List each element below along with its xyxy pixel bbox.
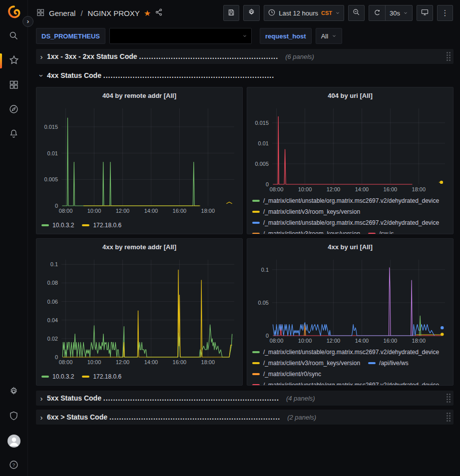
time-range-picker[interactable]: Last 12 hours CST — [264, 5, 344, 21]
kebab-menu-button[interactable]: ⋮ — [437, 5, 453, 21]
row-panel-count: (2 panels) — [287, 414, 316, 421]
panel-grid: 404 by remote addr [All] 08:0010:0012:00… — [36, 87, 454, 386]
svg-text:0: 0 — [55, 354, 58, 360]
panel-title[interactable]: 4xx by remote addr [All] — [40, 239, 238, 255]
legend-series-label: /api/live/ws — [379, 360, 409, 367]
dashboard-settings-button[interactable] — [243, 5, 260, 21]
row-header-6xx[interactable]: › 6xx > Status Code ....................… — [36, 410, 454, 425]
row-title-dots: ........................................… — [103, 71, 274, 79]
favorite-star-icon[interactable]: ★ — [144, 8, 151, 18]
zoom-out-button[interactable] — [348, 5, 365, 21]
sidebar-item-server-admin[interactable] — [0, 411, 28, 422]
sidebar-item-help[interactable]: ? — [0, 460, 28, 471]
legend-item[interactable]: 10.0.3.2 — [41, 222, 74, 229]
svg-text:14:00: 14:00 — [355, 186, 369, 192]
legend-item[interactable]: /_matrix/client/unstable/org.matrix.msc2… — [252, 349, 439, 356]
variable-value-request-host[interactable]: All — [316, 28, 342, 44]
legend-item[interactable]: /_matrix/client/unstable/org.matrix.msc2… — [252, 197, 439, 204]
svg-text:0: 0 — [266, 333, 269, 339]
svg-text:14:00: 14:00 — [144, 359, 158, 365]
sidebar-item-profile[interactable] — [0, 436, 28, 447]
sidebar-item-alerting[interactable] — [0, 129, 28, 140]
legend-series-swatch — [82, 224, 89, 226]
legend-item[interactable]: /_matrix/client/v3/room_keys/version — [252, 230, 360, 234]
legend-item[interactable]: 10.0.3.2 — [41, 373, 74, 380]
row-header-1xx[interactable]: › 1xx - 3xx - 2xx Status Code ..........… — [36, 49, 454, 64]
svg-text:0.015: 0.015 — [44, 124, 58, 130]
breadcrumb-folder[interactable]: General — [49, 9, 75, 17]
refresh-interval-label: 30s — [390, 9, 400, 17]
svg-text:0.1: 0.1 — [261, 267, 269, 273]
panel-title[interactable]: 4xx by uri [All] — [251, 239, 449, 255]
panel-title[interactable]: 404 by uri [All] — [251, 87, 449, 103]
row-drag-handle[interactable] — [447, 413, 451, 422]
legend-series-swatch — [252, 384, 260, 386]
gear-icon — [8, 386, 19, 399]
variables-row: DS_PROMETHEUS request_host All — [28, 26, 460, 46]
cycle-view-button[interactable] — [417, 5, 433, 21]
svg-text:0.01: 0.01 — [47, 150, 58, 156]
legend-item[interactable]: 172.18.0.6 — [82, 373, 121, 380]
svg-text:08:00: 08:00 — [59, 208, 73, 214]
clock-icon — [268, 8, 276, 18]
svg-text:12:00: 12:00 — [116, 359, 130, 365]
bell-icon — [8, 128, 19, 141]
row-panel-count: (6 panels) — [285, 53, 314, 60]
chart-legend: 10.0.3.2172.18.0.6 — [40, 219, 238, 231]
grafana-logo-icon[interactable] — [6, 5, 21, 20]
legend-series-label: /sw.js — [379, 230, 394, 234]
row-header-5xx[interactable]: › 5xx Status Code ......................… — [36, 391, 454, 406]
timeseries-chart[interactable]: 08:0010:0012:0014:0016:0018:0000.050.1 — [251, 255, 449, 346]
timeseries-chart[interactable]: 08:0010:0012:0014:0016:0018:0000.0050.01… — [40, 103, 238, 216]
sidebar-item-search[interactable] — [0, 31, 28, 42]
svg-text:08:00: 08:00 — [270, 338, 284, 344]
timeseries-chart[interactable]: 08:0010:0012:0014:0016:0018:0000.020.040… — [40, 255, 238, 367]
legend-series-swatch — [368, 362, 376, 364]
active-indicator — [0, 53, 2, 68]
row-title: 6xx > Status Code — [47, 413, 107, 421]
row-title-dots: ........................................… — [109, 413, 280, 421]
legend-item[interactable]: /_matrix/client/unstable/org.matrix.msc2… — [252, 382, 439, 386]
svg-text:18:00: 18:00 — [201, 359, 215, 365]
legend-item[interactable]: /_matrix/client/v3/room_keys/version — [252, 360, 360, 367]
legend-series-swatch — [252, 373, 260, 375]
svg-text:14:00: 14:00 — [144, 208, 158, 214]
search-icon — [8, 30, 19, 43]
sidebar-item-dashboards[interactable] — [0, 80, 28, 91]
variable-value-ds-prometheus[interactable] — [109, 28, 252, 44]
row-drag-handle[interactable] — [447, 394, 451, 403]
legend-item[interactable]: /sw.js — [368, 230, 394, 234]
dashboard-title: NGINX PROXY — [88, 9, 140, 17]
legend-item[interactable]: /_matrix/client/unstable/org.matrix.msc2… — [252, 219, 439, 226]
sidebar-item-starred[interactable] — [0, 55, 28, 66]
sidebar-expand-button[interactable]: › — [22, 16, 33, 27]
share-icon[interactable] — [155, 8, 163, 18]
legend-series-label: /_matrix/client/r0/sync — [263, 371, 321, 378]
row-header-4xx[interactable]: › 4xx Status Code ......................… — [36, 68, 454, 83]
panel-title[interactable]: 404 by remote addr [All] — [40, 87, 238, 103]
legend-item[interactable]: /_matrix/client/v3/room_keys/version — [252, 208, 360, 215]
time-range-label: Last 12 hours — [279, 9, 318, 17]
sidebar-item-configuration[interactable] — [0, 387, 28, 398]
timeseries-chart[interactable]: 08:0010:0012:0014:0016:0018:0000.0050.01… — [251, 103, 449, 194]
variable-label-ds-prometheus: DS_PROMETHEUS — [36, 28, 105, 44]
svg-text:10:00: 10:00 — [298, 338, 312, 344]
help-icon: ? — [8, 460, 19, 472]
svg-text:0.06: 0.06 — [47, 299, 58, 305]
svg-text:08:00: 08:00 — [59, 359, 73, 365]
svg-text:16:00: 16:00 — [173, 208, 187, 214]
svg-text:12:00: 12:00 — [116, 208, 130, 214]
legend-item[interactable]: /api/live/ws — [368, 360, 409, 367]
refresh-button[interactable] — [369, 5, 385, 20]
refresh-interval-dropdown[interactable]: 30s — [385, 5, 412, 20]
chart-legend: /_matrix/client/unstable/org.matrix.msc2… — [251, 194, 449, 234]
shield-icon — [8, 411, 19, 423]
save-dashboard-button[interactable] — [223, 5, 239, 21]
sidebar-item-explore[interactable] — [0, 104, 28, 115]
row-title-dots: ........................................… — [103, 394, 279, 402]
legend-item[interactable]: /_matrix/client/r0/sync — [252, 371, 321, 378]
svg-text:18:00: 18:00 — [412, 338, 426, 344]
row-drag-handle[interactable] — [447, 52, 451, 61]
legend-item[interactable]: 172.18.0.6 — [82, 222, 121, 229]
legend-series-swatch — [41, 376, 49, 378]
